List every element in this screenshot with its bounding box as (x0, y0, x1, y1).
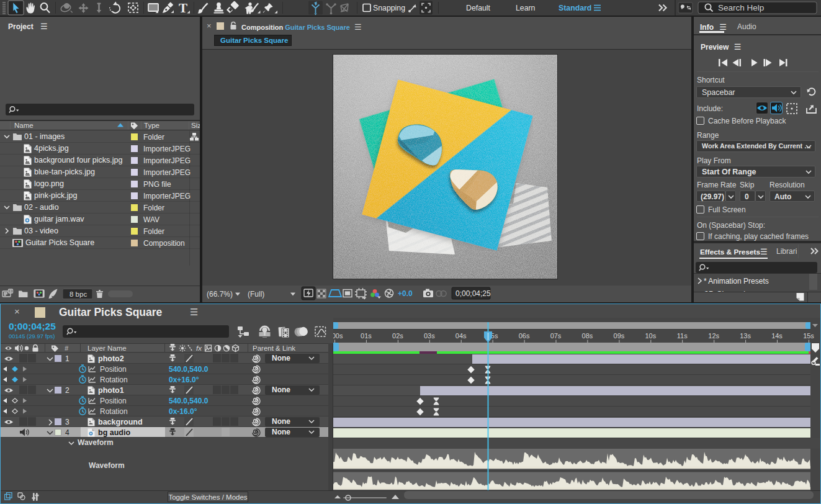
svg-text:15s: 15s (803, 332, 814, 340)
svg-text:02s: 02s (392, 332, 403, 340)
svg-text:14s: 14s (771, 332, 783, 340)
svg-text:0:00s: 0:00s (333, 332, 343, 340)
svg-text:Standard: Standard (559, 4, 591, 12)
svg-text:06s: 06s (519, 332, 530, 340)
svg-text:fx: fx (196, 344, 202, 352)
svg-text:Search Help: Search Help (718, 3, 764, 12)
svg-text:(Full): (Full) (248, 290, 264, 299)
svg-text:T: T (179, 1, 187, 16)
svg-text:08s: 08s (582, 332, 593, 340)
svg-text:(66.7%): (66.7%) (207, 290, 233, 299)
svg-text:8 bpc: 8 bpc (70, 290, 87, 298)
svg-text:13s: 13s (740, 332, 751, 340)
svg-text:03s: 03s (424, 332, 435, 340)
svg-text:09s: 09s (614, 332, 625, 340)
svg-text:Learn: Learn (516, 4, 536, 12)
svg-text:Parent & Link: Parent & Link (253, 344, 295, 352)
svg-text:10s: 10s (645, 332, 656, 340)
svg-text:01s: 01s (361, 332, 372, 340)
svg-text:Siz: Siz (191, 122, 200, 129)
svg-text:07s: 07s (550, 332, 562, 340)
svg-text:0;00;04;25: 0;00;04;25 (455, 289, 491, 298)
svg-text:Type: Type (144, 122, 159, 129)
svg-text:Snapping: Snapping (373, 4, 405, 12)
svg-text:12s: 12s (708, 332, 719, 340)
svg-text:#: # (65, 344, 69, 352)
svg-text:Default: Default (466, 4, 491, 12)
svg-text:11s: 11s (677, 332, 688, 340)
svg-text:+0.0: +0.0 (398, 289, 413, 298)
svg-text:Layer Name: Layer Name (87, 344, 127, 352)
svg-text:Name: Name (14, 122, 34, 129)
svg-text:04s: 04s (455, 332, 467, 340)
